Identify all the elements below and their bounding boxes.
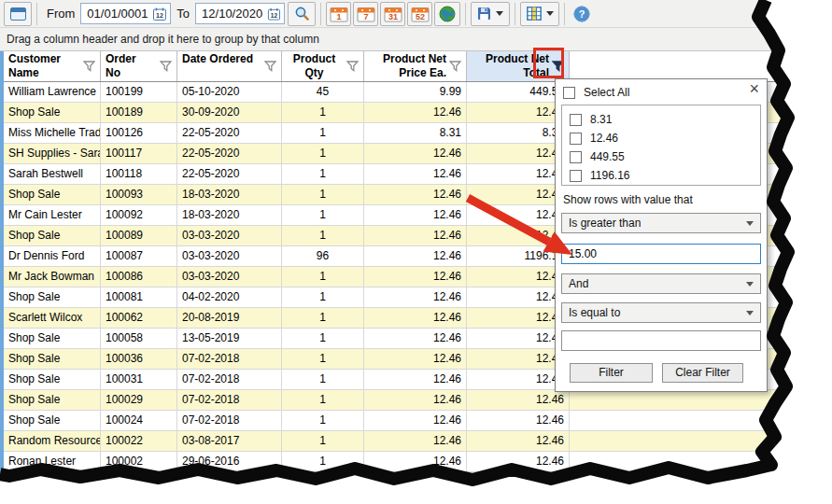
table-row[interactable]: Shop Sale10002407-02-2018112.4612.46 [4, 411, 803, 431]
filter-funnel-icon[interactable] [346, 61, 359, 72]
value-checkbox[interactable] [570, 170, 582, 182]
filter-funnel-icon[interactable] [552, 61, 564, 72]
filter-funnel-icon[interactable] [449, 61, 461, 72]
svg-text:12: 12 [271, 11, 278, 18]
show-rows-label: Show rows with value that [563, 193, 693, 206]
cell-product-qty: 96 [282, 246, 364, 266]
cell-customer-name: William Lawrence [4, 82, 101, 102]
cell-product-net-price: 12.46 [364, 452, 467, 471]
cell-product-qty [282, 472, 364, 492]
from-date-field[interactable]: 01/01/0001 12 [80, 3, 171, 24]
cell-customer-name: SH Supplies - Sarah [4, 144, 101, 163]
cell-order-no: 100087 [101, 246, 177, 266]
logic-dropdown[interactable]: And [561, 273, 761, 294]
help-button[interactable]: ? [570, 2, 594, 26]
clear-filter-button[interactable]: Clear Filter [662, 363, 743, 383]
cell-customer-name: Sarah Bestwell [4, 164, 101, 184]
from-date-value: 01/01/0001 [87, 7, 148, 21]
cell-customer-name: Shop Sale [4, 103, 101, 122]
search-button[interactable] [288, 2, 316, 26]
cell-product-qty: 1 [282, 390, 364, 410]
table-row[interactable] [4, 472, 803, 493]
column-header-label: ProductQty [282, 51, 346, 80]
calendar-picker-icon[interactable]: 12 [152, 7, 167, 21]
globe-button[interactable] [434, 2, 460, 26]
filter-funnel-icon[interactable] [160, 61, 172, 72]
cell-order-no: 100093 [101, 185, 177, 204]
column-header-order-no[interactable]: OrderNo [101, 51, 177, 81]
value-checkbox[interactable] [570, 133, 582, 145]
condition2-dropdown[interactable]: Is equal to [561, 302, 761, 323]
window-icon [10, 7, 26, 21]
cell-order-no: 100062 [101, 308, 177, 328]
cell-date-ordered: 04-02-2020 [177, 287, 282, 307]
cell-product-net-price: 12.46 [364, 226, 467, 245]
table-row[interactable]: Random Resources10002203-08-2017112.4612… [4, 431, 803, 452]
cell-order-no: 100092 [101, 205, 177, 225]
group-by-bar[interactable]: Drag a column header and drop it here to… [0, 28, 832, 51]
value-checkbox[interactable] [570, 151, 582, 163]
save-button[interactable] [471, 2, 510, 26]
calendar-year-icon: 52 [411, 5, 430, 22]
cell-product-net-price: 12.46 [364, 390, 467, 410]
filter-button[interactable]: Filter [570, 363, 653, 383]
cell-date-ordered: 07-02-2018 [177, 411, 282, 430]
cell-product-net-total [467, 472, 570, 492]
filter-value-option: 8.31 [562, 110, 760, 129]
svg-text:?: ? [579, 8, 585, 20]
filter-value2-input[interactable] [561, 330, 761, 351]
save-dropdown-arrow-icon[interactable] [496, 11, 503, 16]
cell-product-net-price: 12.46 [364, 164, 467, 184]
filter-funnel-icon[interactable] [83, 61, 95, 72]
table-row[interactable]: Ronan Lester10000229-06-2016112.4612.46 [4, 452, 803, 472]
row-filler [570, 411, 803, 430]
chevron-down-icon [746, 311, 754, 315]
cell-date-ordered: 22-05-2020 [177, 164, 282, 184]
cell-product-net-price: 12.46 [364, 267, 467, 287]
window-button[interactable] [4, 2, 32, 26]
period-month-button[interactable]: 31 [380, 2, 405, 26]
cell-customer-name [4, 472, 101, 492]
close-icon[interactable]: × [749, 80, 759, 97]
calendar-month-icon: 31 [384, 5, 402, 22]
column-header-customer-name[interactable]: CustomerName [4, 51, 101, 81]
cell-date-ordered: 07-02-2018 [177, 370, 282, 389]
grid-columns-button[interactable] [520, 2, 559, 26]
svg-text:52: 52 [416, 12, 425, 21]
filter-value-option: 1196.16 [562, 166, 760, 185]
cell-date-ordered: 05-10-2020 [177, 82, 282, 102]
cell-order-no: 100118 [101, 164, 177, 184]
select-all-checkbox[interactable] [563, 87, 575, 99]
cell-product-net-price: 12.46 [364, 411, 467, 430]
condition1-dropdown[interactable]: Is greater than [561, 213, 761, 233]
column-header-date-ordered[interactable]: Date Ordered [177, 51, 282, 81]
cell-product-qty: 1 [282, 370, 364, 389]
cell-product-qty: 1 [282, 185, 364, 204]
period-year-button[interactable]: 52 [407, 2, 432, 26]
to-date-value: 12/10/2020 [202, 7, 262, 21]
cell-date-ordered: 03-08-2017 [177, 431, 282, 451]
toolbar-separator [515, 3, 515, 25]
value-checkbox[interactable] [570, 114, 582, 126]
cell-product-qty: 1 [282, 349, 364, 369]
to-date-field[interactable]: 12/10/2020 12 [195, 3, 285, 24]
grid-dropdown-arrow-icon[interactable] [546, 11, 554, 16]
cell-customer-name: Scarlett Wilcox [4, 308, 101, 328]
cell-date-ordered: 18-03-2020 [177, 205, 282, 225]
filter-value1-input[interactable] [561, 244, 761, 264]
column-header-product-qty[interactable]: ProductQty [282, 51, 364, 81]
period-day-button[interactable]: 1 [326, 2, 351, 26]
column-header-product-net-price[interactable]: Product NetPrice Ea. [364, 51, 467, 81]
value-label: 8.31 [590, 113, 612, 126]
period-week-button[interactable]: 7 [353, 2, 378, 26]
filter-funnel-icon[interactable] [264, 61, 276, 72]
globe-icon [439, 6, 456, 22]
cell-date-ordered: 29-06-2016 [177, 452, 282, 471]
cell-product-net-price: 12.46 [364, 205, 467, 225]
cell-product-qty: 1 [282, 287, 364, 307]
table-row[interactable]: Shop Sale10002907-02-2018112.4612.46 [4, 390, 803, 411]
calendar-picker-icon[interactable]: 12 [267, 7, 281, 21]
cell-customer-name: Shop Sale [4, 390, 101, 410]
cell-customer-name: Miss Michelle Trade [4, 123, 101, 143]
column-header-product-net-total[interactable]: Product NetTotal [467, 51, 570, 81]
